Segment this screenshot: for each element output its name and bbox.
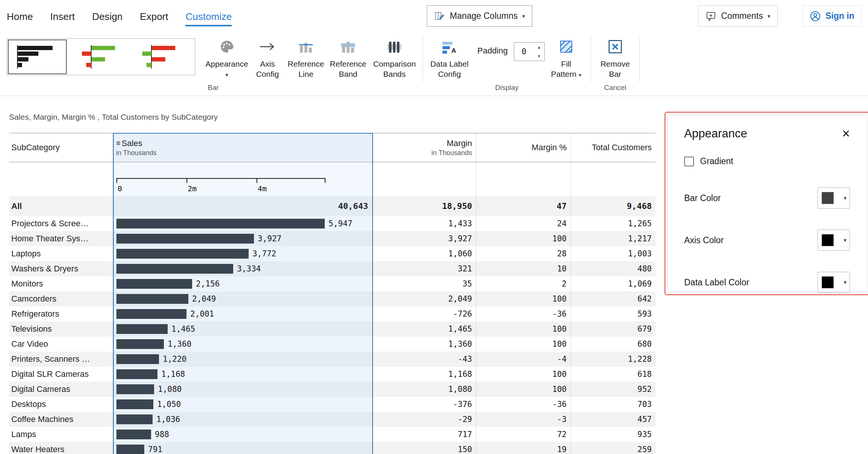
- header-margin-pct[interactable]: Margin %: [476, 133, 571, 162]
- sales-cell[interactable]: 3,927: [113, 231, 373, 246]
- header-margin[interactable]: Margin in Thousands: [373, 133, 476, 162]
- sales-bar[interactable]: [116, 339, 164, 349]
- color-field-label: Data Label Color: [684, 277, 749, 288]
- color-dropdown[interactable]: ▾: [818, 187, 850, 209]
- menu-item-insert[interactable]: Insert: [50, 11, 75, 26]
- sales-cell[interactable]: 2,156: [113, 276, 373, 291]
- sales-bar[interactable]: [116, 234, 254, 244]
- arrow-right-icon: [259, 38, 276, 56]
- sales-cell[interactable]: 1,220: [113, 352, 373, 367]
- reference-band-button[interactable]: Reference Band: [327, 38, 369, 79]
- spinner-up-icon[interactable]: ▴: [534, 43, 544, 52]
- table-row[interactable]: Desktops1,050-376-36703: [9, 397, 656, 412]
- sales-bar[interactable]: [116, 249, 249, 259]
- axis-config-label-1: Axis: [260, 59, 275, 69]
- table-row[interactable]: Lamps98871772935: [9, 427, 656, 442]
- sales-cell[interactable]: 1,050: [113, 397, 373, 412]
- table-row[interactable]: Washers & Dryers3,33432110480: [9, 261, 656, 276]
- reference-line-button[interactable]: Reference Line: [285, 38, 327, 79]
- header-subcategory[interactable]: SubCategory: [9, 133, 113, 162]
- table-row[interactable]: Home Theater Sys…3,9273,9271001,217: [9, 231, 656, 246]
- sales-bar[interactable]: [116, 219, 325, 229]
- menu-item-export[interactable]: Export: [140, 11, 168, 26]
- sales-cell[interactable]: 2,001: [113, 306, 373, 321]
- sales-bar[interactable]: [116, 399, 153, 409]
- customers-value: 618: [571, 367, 656, 382]
- menu-item-home[interactable]: Home: [7, 11, 33, 26]
- padding-spinner[interactable]: 0 ▴ ▾: [514, 42, 545, 61]
- table-row[interactable]: Televisions1,4651,465100679: [9, 321, 656, 337]
- person-circle-icon: [810, 11, 821, 22]
- color-dropdown[interactable]: ▾: [818, 230, 850, 251]
- gradient-checkbox[interactable]: [684, 157, 694, 166]
- margin-value: -376: [373, 397, 476, 412]
- table-row[interactable]: Digital Cameras1,0801,080100952: [9, 382, 656, 397]
- row-label: Home Theater Sys…: [9, 231, 113, 246]
- sales-cell[interactable]: 2,049: [113, 291, 373, 306]
- table-row[interactable]: Monitors2,1563521,069: [9, 276, 656, 291]
- sales-cell[interactable]: 5,947: [113, 216, 373, 231]
- sales-bar[interactable]: [116, 264, 233, 274]
- margin-value: 1,360: [373, 337, 476, 352]
- sales-cell[interactable]: 3,334: [113, 261, 373, 276]
- table-row[interactable]: Projectors & Scree…5,9471,433241,265: [9, 216, 656, 231]
- color-dropdown[interactable]: ▾: [818, 272, 850, 293]
- total-row[interactable]: All 40,643 18,950 47 9,468: [9, 196, 656, 216]
- table-row[interactable]: Coffee Machines1,036-29-3457: [9, 412, 656, 427]
- sales-bar[interactable]: [116, 279, 192, 289]
- sales-bar[interactable]: [116, 294, 188, 304]
- sales-cell[interactable]: 1,036: [113, 412, 373, 427]
- table-row[interactable]: Printers, Scanners …1,220-43-41,228: [9, 352, 656, 367]
- sales-bar[interactable]: [116, 354, 159, 364]
- manage-columns-button[interactable]: Manage Columns ▾: [427, 5, 532, 27]
- sales-bar[interactable]: [116, 414, 153, 424]
- chart-style-thumbnail-1[interactable]: [8, 40, 67, 74]
- sales-bar[interactable]: [116, 309, 186, 319]
- header-customers[interactable]: Total Customers: [571, 133, 656, 162]
- menu-icon[interactable]: ≡: [116, 139, 121, 148]
- remove-bar-button[interactable]: Remove Bar: [594, 38, 636, 79]
- ribbon-group-bar: Appearance ▾ Axis Config: [7, 32, 420, 96]
- sales-bar[interactable]: [116, 384, 154, 394]
- sales-cell[interactable]: 791: [113, 442, 373, 454]
- data-label-config-button[interactable]: A Data Label Config: [426, 38, 473, 79]
- table-row[interactable]: Laptops3,7721,060281,003: [9, 246, 656, 261]
- spinner-down-icon[interactable]: ▾: [534, 52, 544, 61]
- sales-value: 1,465: [171, 325, 195, 334]
- appearance-button[interactable]: Appearance ▾: [203, 38, 250, 80]
- sales-bar[interactable]: [116, 324, 168, 334]
- color-field-label: Axis Color: [684, 235, 724, 245]
- padding-value[interactable]: 0: [514, 43, 534, 61]
- sales-cell[interactable]: 988: [113, 427, 373, 442]
- axis-config-button[interactable]: Axis Config: [250, 38, 285, 79]
- menu-item-customize[interactable]: Customize: [185, 11, 232, 26]
- table-row[interactable]: Water Heaters79115019259: [9, 442, 656, 454]
- margin-value: 321: [373, 261, 476, 276]
- sales-bar[interactable]: [116, 369, 157, 379]
- margin-value: 150: [373, 442, 476, 454]
- sales-bar[interactable]: [116, 430, 151, 439]
- sign-in-label: Sign in: [825, 11, 854, 21]
- sales-cell[interactable]: 1,360: [113, 337, 373, 352]
- comparison-bands-button[interactable]: Comparison Bands: [369, 38, 420, 79]
- sales-cell[interactable]: 3,772: [113, 246, 373, 261]
- fill-pattern-button[interactable]: Fill Pattern▾: [545, 38, 588, 80]
- close-icon[interactable]: ×: [842, 127, 850, 140]
- table-row[interactable]: Car Video1,3601,360100680: [9, 337, 656, 352]
- sales-bar[interactable]: [116, 445, 144, 454]
- color-swatch: [822, 276, 834, 288]
- sales-cell[interactable]: 1,168: [113, 367, 373, 382]
- chart-style-thumbnail-2[interactable]: [67, 40, 128, 74]
- chart-style-thumbnail-3[interactable]: [128, 40, 188, 74]
- sign-in-button[interactable]: Sign in: [802, 5, 862, 27]
- row-label: Car Video: [9, 337, 113, 352]
- table-row[interactable]: Refrigerators2,001-726-36593: [9, 306, 656, 321]
- menu-item-design[interactable]: Design: [92, 11, 122, 26]
- gradient-option[interactable]: Gradient: [684, 156, 850, 166]
- sales-cell[interactable]: 1,465: [113, 321, 373, 337]
- table-row[interactable]: Camcorders2,0492,049100642: [9, 291, 656, 306]
- comments-button[interactable]: Comments ▾: [698, 5, 778, 27]
- header-sales[interactable]: ≡ Sales in Thousands: [113, 133, 373, 162]
- table-row[interactable]: Digital SLR Cameras1,1681,168100618: [9, 367, 656, 382]
- sales-cell[interactable]: 1,080: [113, 382, 373, 397]
